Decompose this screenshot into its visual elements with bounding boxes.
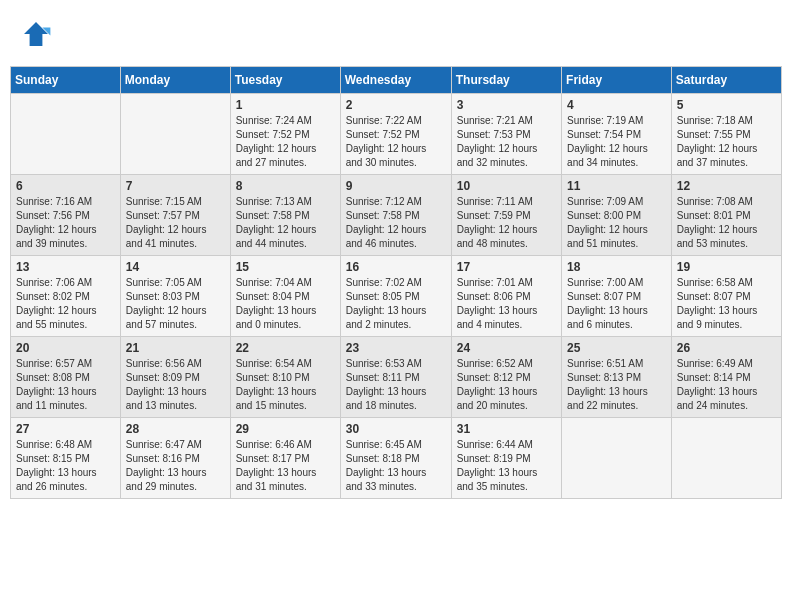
day-info: Sunrise: 7:19 AMSunset: 7:54 PMDaylight:… — [567, 114, 666, 170]
calendar-cell: 4Sunrise: 7:19 AMSunset: 7:54 PMDaylight… — [562, 94, 672, 175]
day-number: 3 — [457, 98, 556, 112]
day-info: Sunrise: 6:49 AMSunset: 8:14 PMDaylight:… — [677, 357, 776, 413]
day-header-thursday: Thursday — [451, 67, 561, 94]
day-info: Sunrise: 7:12 AMSunset: 7:58 PMDaylight:… — [346, 195, 446, 251]
day-number: 27 — [16, 422, 115, 436]
day-info: Sunrise: 7:22 AMSunset: 7:52 PMDaylight:… — [346, 114, 446, 170]
calendar-cell: 8Sunrise: 7:13 AMSunset: 7:58 PMDaylight… — [230, 175, 340, 256]
calendar-week-row: 27Sunrise: 6:48 AMSunset: 8:15 PMDayligh… — [11, 418, 782, 499]
day-number: 18 — [567, 260, 666, 274]
calendar-week-row: 6Sunrise: 7:16 AMSunset: 7:56 PMDaylight… — [11, 175, 782, 256]
day-number: 14 — [126, 260, 225, 274]
calendar-cell: 10Sunrise: 7:11 AMSunset: 7:59 PMDayligh… — [451, 175, 561, 256]
day-info: Sunrise: 7:06 AMSunset: 8:02 PMDaylight:… — [16, 276, 115, 332]
day-header-friday: Friday — [562, 67, 672, 94]
day-info: Sunrise: 6:54 AMSunset: 8:10 PMDaylight:… — [236, 357, 335, 413]
svg-marker-0 — [24, 22, 48, 46]
day-number: 13 — [16, 260, 115, 274]
day-info: Sunrise: 7:24 AMSunset: 7:52 PMDaylight:… — [236, 114, 335, 170]
day-number: 25 — [567, 341, 666, 355]
day-info: Sunrise: 7:21 AMSunset: 7:53 PMDaylight:… — [457, 114, 556, 170]
calendar-cell: 21Sunrise: 6:56 AMSunset: 8:09 PMDayligh… — [120, 337, 230, 418]
day-number: 9 — [346, 179, 446, 193]
calendar-cell: 12Sunrise: 7:08 AMSunset: 8:01 PMDayligh… — [671, 175, 781, 256]
day-number: 2 — [346, 98, 446, 112]
calendar-cell: 5Sunrise: 7:18 AMSunset: 7:55 PMDaylight… — [671, 94, 781, 175]
calendar-cell: 1Sunrise: 7:24 AMSunset: 7:52 PMDaylight… — [230, 94, 340, 175]
calendar-cell: 16Sunrise: 7:02 AMSunset: 8:05 PMDayligh… — [340, 256, 451, 337]
day-number: 10 — [457, 179, 556, 193]
day-number: 21 — [126, 341, 225, 355]
day-number: 20 — [16, 341, 115, 355]
day-info: Sunrise: 7:18 AMSunset: 7:55 PMDaylight:… — [677, 114, 776, 170]
calendar-cell: 25Sunrise: 6:51 AMSunset: 8:13 PMDayligh… — [562, 337, 672, 418]
calendar-header-row: SundayMondayTuesdayWednesdayThursdayFrid… — [11, 67, 782, 94]
calendar-cell: 18Sunrise: 7:00 AMSunset: 8:07 PMDayligh… — [562, 256, 672, 337]
day-number: 8 — [236, 179, 335, 193]
calendar-cell: 9Sunrise: 7:12 AMSunset: 7:58 PMDaylight… — [340, 175, 451, 256]
day-info: Sunrise: 7:08 AMSunset: 8:01 PMDaylight:… — [677, 195, 776, 251]
page-header — [10, 10, 782, 58]
day-info: Sunrise: 7:05 AMSunset: 8:03 PMDaylight:… — [126, 276, 225, 332]
day-number: 17 — [457, 260, 556, 274]
day-info: Sunrise: 6:51 AMSunset: 8:13 PMDaylight:… — [567, 357, 666, 413]
day-number: 4 — [567, 98, 666, 112]
calendar-cell: 17Sunrise: 7:01 AMSunset: 8:06 PMDayligh… — [451, 256, 561, 337]
calendar-cell: 19Sunrise: 6:58 AMSunset: 8:07 PMDayligh… — [671, 256, 781, 337]
calendar-cell: 14Sunrise: 7:05 AMSunset: 8:03 PMDayligh… — [120, 256, 230, 337]
day-header-wednesday: Wednesday — [340, 67, 451, 94]
day-header-saturday: Saturday — [671, 67, 781, 94]
day-number: 5 — [677, 98, 776, 112]
day-info: Sunrise: 6:58 AMSunset: 8:07 PMDaylight:… — [677, 276, 776, 332]
day-info: Sunrise: 6:57 AMSunset: 8:08 PMDaylight:… — [16, 357, 115, 413]
day-number: 29 — [236, 422, 335, 436]
calendar-cell — [671, 418, 781, 499]
day-info: Sunrise: 6:44 AMSunset: 8:19 PMDaylight:… — [457, 438, 556, 494]
calendar-week-row: 20Sunrise: 6:57 AMSunset: 8:08 PMDayligh… — [11, 337, 782, 418]
calendar-cell: 3Sunrise: 7:21 AMSunset: 7:53 PMDaylight… — [451, 94, 561, 175]
day-info: Sunrise: 6:52 AMSunset: 8:12 PMDaylight:… — [457, 357, 556, 413]
day-info: Sunrise: 7:00 AMSunset: 8:07 PMDaylight:… — [567, 276, 666, 332]
day-info: Sunrise: 7:09 AMSunset: 8:00 PMDaylight:… — [567, 195, 666, 251]
calendar-cell: 11Sunrise: 7:09 AMSunset: 8:00 PMDayligh… — [562, 175, 672, 256]
calendar-cell: 24Sunrise: 6:52 AMSunset: 8:12 PMDayligh… — [451, 337, 561, 418]
day-number: 26 — [677, 341, 776, 355]
day-number: 23 — [346, 341, 446, 355]
calendar-cell: 20Sunrise: 6:57 AMSunset: 8:08 PMDayligh… — [11, 337, 121, 418]
day-info: Sunrise: 6:47 AMSunset: 8:16 PMDaylight:… — [126, 438, 225, 494]
logo-icon — [20, 18, 52, 50]
day-info: Sunrise: 7:15 AMSunset: 7:57 PMDaylight:… — [126, 195, 225, 251]
calendar-cell: 27Sunrise: 6:48 AMSunset: 8:15 PMDayligh… — [11, 418, 121, 499]
calendar-cell: 7Sunrise: 7:15 AMSunset: 7:57 PMDaylight… — [120, 175, 230, 256]
day-number: 15 — [236, 260, 335, 274]
day-info: Sunrise: 7:04 AMSunset: 8:04 PMDaylight:… — [236, 276, 335, 332]
calendar-cell — [120, 94, 230, 175]
calendar-table: SundayMondayTuesdayWednesdayThursdayFrid… — [10, 66, 782, 499]
day-number: 31 — [457, 422, 556, 436]
calendar-cell: 15Sunrise: 7:04 AMSunset: 8:04 PMDayligh… — [230, 256, 340, 337]
day-header-sunday: Sunday — [11, 67, 121, 94]
day-number: 6 — [16, 179, 115, 193]
calendar-cell — [11, 94, 121, 175]
day-header-tuesday: Tuesday — [230, 67, 340, 94]
calendar-week-row: 1Sunrise: 7:24 AMSunset: 7:52 PMDaylight… — [11, 94, 782, 175]
day-number: 12 — [677, 179, 776, 193]
calendar-cell: 31Sunrise: 6:44 AMSunset: 8:19 PMDayligh… — [451, 418, 561, 499]
calendar-cell: 23Sunrise: 6:53 AMSunset: 8:11 PMDayligh… — [340, 337, 451, 418]
day-info: Sunrise: 6:46 AMSunset: 8:17 PMDaylight:… — [236, 438, 335, 494]
day-number: 30 — [346, 422, 446, 436]
calendar-cell: 28Sunrise: 6:47 AMSunset: 8:16 PMDayligh… — [120, 418, 230, 499]
calendar-cell: 30Sunrise: 6:45 AMSunset: 8:18 PMDayligh… — [340, 418, 451, 499]
calendar-cell: 26Sunrise: 6:49 AMSunset: 8:14 PMDayligh… — [671, 337, 781, 418]
day-number: 28 — [126, 422, 225, 436]
day-info: Sunrise: 7:01 AMSunset: 8:06 PMDaylight:… — [457, 276, 556, 332]
day-info: Sunrise: 6:53 AMSunset: 8:11 PMDaylight:… — [346, 357, 446, 413]
calendar-cell: 13Sunrise: 7:06 AMSunset: 8:02 PMDayligh… — [11, 256, 121, 337]
day-info: Sunrise: 6:56 AMSunset: 8:09 PMDaylight:… — [126, 357, 225, 413]
day-info: Sunrise: 7:11 AMSunset: 7:59 PMDaylight:… — [457, 195, 556, 251]
calendar-cell: 29Sunrise: 6:46 AMSunset: 8:17 PMDayligh… — [230, 418, 340, 499]
day-header-monday: Monday — [120, 67, 230, 94]
day-info: Sunrise: 7:02 AMSunset: 8:05 PMDaylight:… — [346, 276, 446, 332]
day-info: Sunrise: 6:45 AMSunset: 8:18 PMDaylight:… — [346, 438, 446, 494]
logo — [20, 18, 56, 50]
